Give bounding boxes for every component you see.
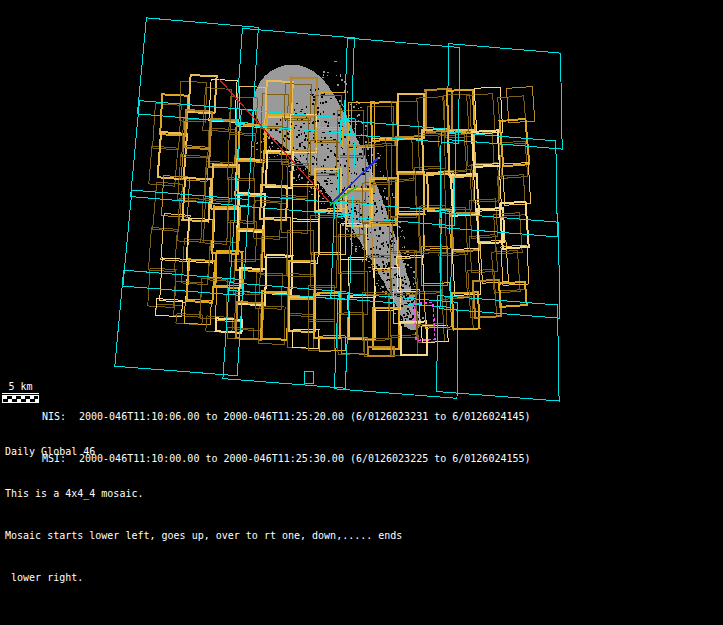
caption-mosaic-order-1: Mosaic starts lower left, goes up, over … xyxy=(5,529,402,543)
caption-title: Daily Global 46 xyxy=(5,445,402,459)
caption-mosaic-type: This is a 4x4_4 mosaic. xyxy=(5,487,402,501)
scale-bar-checker xyxy=(2,395,39,403)
mosaic-caption-block: Daily Global 46 This is a 4x4_4 mosaic. … xyxy=(5,417,402,613)
mosaic-viewer-window: 5 km NIS:2000-046T11:10:06.00 to 2000-04… xyxy=(0,0,723,625)
scale-bar: 5 km xyxy=(2,381,39,403)
caption-mosaic-order-2: lower right. xyxy=(5,571,402,585)
scale-bar-label: 5 km xyxy=(2,381,39,394)
